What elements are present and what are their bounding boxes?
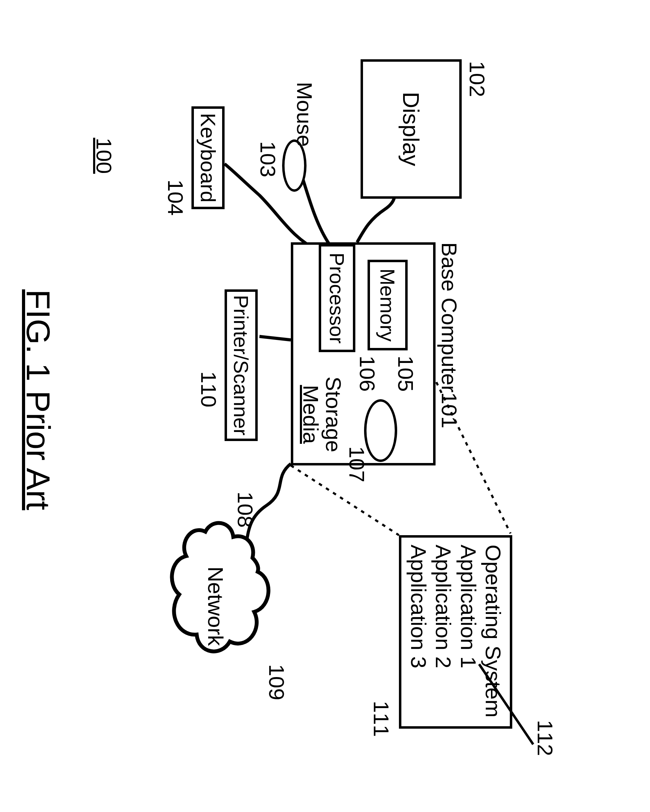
network-label: Network xyxy=(203,566,228,646)
ref-104: 104 xyxy=(163,180,188,215)
ref-100: 100 xyxy=(92,138,116,174)
ref-107: 107 xyxy=(345,446,369,482)
storage-label-2: Media xyxy=(299,377,322,452)
ref-103: 103 xyxy=(256,141,280,177)
software-box: Operating System Application 1 Applicati… xyxy=(399,535,512,729)
ref-110: 110 xyxy=(196,371,221,407)
keyboard-label: Keyboard xyxy=(196,113,220,203)
base-computer-title: Base Computer xyxy=(437,242,462,392)
software-line-0: Operating System xyxy=(481,545,506,719)
software-line-3: Application 3 xyxy=(406,545,431,719)
printer-label: Printer/Scanner xyxy=(229,295,253,435)
storage-label-1: Storage xyxy=(322,377,345,452)
ref-108: 108 xyxy=(233,491,258,528)
ref-112: 112 xyxy=(533,720,558,756)
memory-box: Memory xyxy=(368,260,407,350)
processor-label: Processor xyxy=(325,252,349,343)
ref-102: 102 xyxy=(465,61,490,97)
storage-label-block: Storage Media xyxy=(299,377,345,452)
ref-109: 109 xyxy=(264,664,289,700)
printer-box: Printer/Scanner xyxy=(224,289,258,441)
ref-111: 111 xyxy=(369,701,394,737)
keyboard-box: Keyboard xyxy=(191,106,224,209)
figure-title: FIG. 1 Prior Art xyxy=(19,289,57,510)
mouse-ellipse xyxy=(282,139,307,192)
ref-105: 105 xyxy=(393,356,418,392)
display-box: Display xyxy=(360,59,462,199)
processor-box: Processor xyxy=(319,244,356,352)
diagram-canvas: Display 102 Mouse 103 Keyboard 104 Base … xyxy=(0,0,650,650)
mouse-label: Mouse xyxy=(292,82,317,147)
conn-processor-mouse xyxy=(301,174,329,244)
software-line-1: Application 1 xyxy=(456,545,481,719)
memory-label: Memory xyxy=(376,269,399,341)
conn-computer-printer xyxy=(259,336,291,340)
ref-101: 101 xyxy=(437,392,462,428)
software-line-2: Application 2 xyxy=(431,545,456,719)
ref-106: 106 xyxy=(355,356,380,392)
display-label: Display xyxy=(398,92,424,166)
